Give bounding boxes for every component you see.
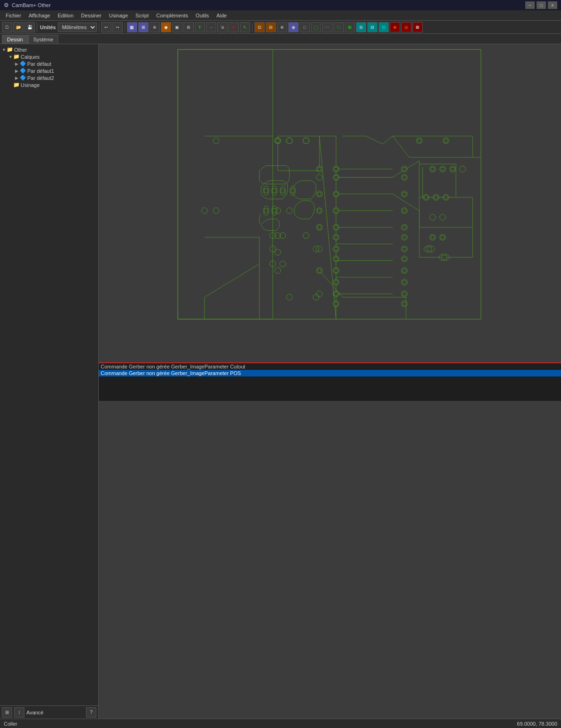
svg-point-89 xyxy=(286,294,292,300)
app-icon: ⚙ xyxy=(4,2,9,8)
maximize-button[interactable]: □ xyxy=(537,1,546,9)
view-btn-2[interactable]: ⊞ xyxy=(138,22,149,32)
tool-btn-8[interactable]: ⬡ xyxy=(333,22,344,32)
tree-pardefaut[interactable]: ▶ 🔷 Par défaut xyxy=(0,60,98,67)
new-button[interactable]: 🗋 xyxy=(2,22,12,32)
view-btn-7[interactable]: T xyxy=(195,22,205,32)
titlebar-controls: − □ × xyxy=(525,1,557,9)
tool-btn-2[interactable]: ⊟ xyxy=(266,22,276,32)
units-dropdown[interactable]: Millimètres Pouces xyxy=(58,23,97,32)
tree-usinage[interactable]: 📁 Usinage xyxy=(0,81,98,88)
advanced-label[interactable]: Avancé xyxy=(26,710,44,715)
tree-root[interactable]: ▼ 📁 Other xyxy=(0,46,98,53)
tree-pardefaut2[interactable]: ▶ 🔷 Par défaut2 xyxy=(0,74,98,81)
tool-btn-11[interactable]: ⊟ xyxy=(367,22,378,32)
tool-btn-4[interactable]: ◉ xyxy=(288,22,299,32)
view-btn-5[interactable]: ▣ xyxy=(172,22,182,32)
svg-rect-29 xyxy=(334,209,338,212)
tool-btn-12[interactable]: ⊡ xyxy=(379,22,389,32)
menu-fichier[interactable]: Fichier xyxy=(2,10,25,21)
view-btn-4[interactable]: ◉ xyxy=(161,22,171,32)
svg-point-88 xyxy=(213,208,219,214)
svg-point-46 xyxy=(316,174,323,180)
tool-btn-10[interactable]: ⊠ xyxy=(356,22,366,32)
tool-btn-7[interactable]: ⋯ xyxy=(322,22,332,32)
svg-rect-33 xyxy=(334,235,338,239)
svg-rect-99 xyxy=(424,196,427,199)
tree-pardefaut2-label: Par défaut2 xyxy=(27,75,54,81)
layer1-icon: 🔷 xyxy=(20,61,26,67)
svg-rect-23 xyxy=(334,167,338,171)
svg-rect-83 xyxy=(418,139,421,142)
svg-point-87 xyxy=(201,208,207,214)
view-btn-3[interactable]: ⊕ xyxy=(150,22,160,32)
svg-rect-60 xyxy=(403,176,406,179)
undo-button[interactable]: ↩ xyxy=(101,22,111,32)
svg-rect-62 xyxy=(403,192,406,196)
layer3-icon: 🔷 xyxy=(20,75,26,81)
tool-btn-9[interactable]: ⊞ xyxy=(345,22,355,32)
svg-rect-96 xyxy=(451,167,454,171)
svg-rect-74 xyxy=(403,269,406,272)
save-button[interactable]: 💾 xyxy=(24,22,35,32)
tool-btn-14[interactable]: ◎ xyxy=(401,22,411,32)
view-btn-10[interactable]: ✕ xyxy=(229,22,239,32)
svg-rect-132 xyxy=(442,255,447,259)
svg-point-116 xyxy=(280,261,286,267)
expand-root-icon: ▼ xyxy=(2,47,7,52)
svg-rect-122 xyxy=(281,188,284,193)
pcb-canvas xyxy=(99,44,561,362)
menu-complements[interactable]: Compléments xyxy=(152,10,192,21)
sep3 xyxy=(125,23,125,32)
menu-dessiner[interactable]: Dessiner xyxy=(77,10,105,21)
svg-rect-37 xyxy=(334,257,338,260)
usinage-icon: 📁 xyxy=(13,82,20,88)
menu-aide[interactable]: Aide xyxy=(213,10,230,21)
tree-calques[interactable]: ▼ 📁 Calques xyxy=(0,53,98,60)
tree-btn-1[interactable]: ⊞ xyxy=(2,707,12,718)
view-btn-6[interactable]: ⊞ xyxy=(183,22,194,32)
tool-btn-1[interactable]: ⊡ xyxy=(254,22,265,32)
svg-rect-68 xyxy=(403,235,406,239)
svg-rect-58 xyxy=(403,167,406,171)
menu-usinage[interactable]: Usinage xyxy=(105,10,132,21)
close-button[interactable]: × xyxy=(548,1,557,9)
menu-outils[interactable]: Outils xyxy=(192,10,213,21)
tab-dessin[interactable]: Dessin xyxy=(2,35,28,44)
menu-edition[interactable]: Edition xyxy=(54,10,78,21)
menu-script[interactable]: Script xyxy=(132,10,152,21)
tool-btn-13[interactable]: ⊕ xyxy=(390,22,400,32)
tree-btn-help[interactable]: ? xyxy=(86,707,96,718)
svg-point-90 xyxy=(313,294,319,300)
view-btn-8[interactable]: → xyxy=(206,22,216,32)
menu-affichage[interactable]: Affichage xyxy=(25,10,54,21)
svg-rect-64 xyxy=(403,209,406,212)
open-button[interactable]: 📂 xyxy=(13,22,24,32)
tab-systeme[interactable]: Système xyxy=(28,35,59,44)
tree-area: ▼ 📁 Other ▼ 📁 Calques ▶ 🔷 Par défaut ▶ 🔷… xyxy=(0,44,98,705)
redo-button[interactable]: ↪ xyxy=(112,22,123,32)
toolbar: 🗋 📂 💾 Unités Millimètres Pouces ↩ ↪ ▦ ⊞ … xyxy=(0,21,561,34)
tree-btn-2[interactable]: ↕ xyxy=(14,707,24,718)
tool-btn-6[interactable]: ◯ xyxy=(311,22,321,32)
expand-pd1-icon: ▶ xyxy=(15,69,20,73)
tool-btn-3[interactable]: ⊕ xyxy=(277,22,287,32)
svg-point-86 xyxy=(213,138,219,144)
log-line-2[interactable]: Commande Gerber non gérée Gerber_ImagePa… xyxy=(99,370,561,376)
statusbar: Coller 69.0000, 78.3000 xyxy=(0,719,561,728)
svg-rect-94 xyxy=(441,167,444,171)
svg-rect-130 xyxy=(427,247,432,251)
minimize-button[interactable]: − xyxy=(525,1,535,9)
canvas-area[interactable] xyxy=(99,44,561,362)
tool-btn-5[interactable]: □ xyxy=(300,22,310,32)
view-btn-11[interactable]: ↖ xyxy=(240,22,250,32)
tree-pardefaut1[interactable]: ▶ 🔷 Par défaut1 xyxy=(0,67,98,74)
tabs-row: Dessin Système xyxy=(0,34,561,44)
svg-rect-107 xyxy=(431,235,434,239)
svg-point-81 xyxy=(303,138,309,144)
svg-rect-103 xyxy=(444,196,448,199)
sep2 xyxy=(99,23,99,32)
view-btn-9[interactable]: ⇲ xyxy=(217,22,228,32)
view-btn-1[interactable]: ▦ xyxy=(127,22,137,32)
tool-btn-15[interactable]: ⊠ xyxy=(412,22,423,32)
